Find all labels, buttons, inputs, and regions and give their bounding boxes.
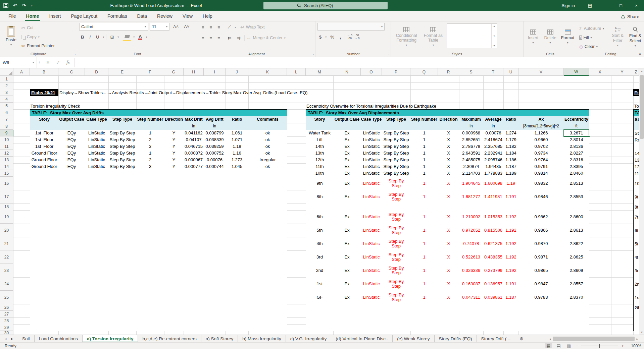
cell-B25[interactable] bbox=[30, 291, 59, 304]
sheet-tab-load-combinations[interactable]: Load Combinations bbox=[35, 335, 83, 342]
orientation-button[interactable]: ⟋ bbox=[226, 23, 233, 31]
cell-R10[interactable]: X bbox=[438, 136, 459, 143]
cell-O29[interactable] bbox=[361, 324, 382, 331]
cell-O19[interactable]: LinStatic bbox=[361, 210, 382, 224]
vertical-scrollbar[interactable]: ▴▾ bbox=[639, 68, 644, 335]
cell-S12[interactable]: 2.643591 bbox=[459, 150, 484, 157]
row-header-3[interactable]: 3 bbox=[0, 89, 13, 96]
cell-J23[interactable] bbox=[226, 264, 249, 278]
increase-indent-button[interactable]: ⇉ bbox=[235, 34, 242, 42]
number-dialog-launcher-icon[interactable]: ⌟ bbox=[388, 52, 389, 56]
cell-M15[interactable]: 10th bbox=[306, 170, 334, 177]
cell-B8[interactable] bbox=[30, 123, 59, 130]
cell-E24[interactable] bbox=[108, 277, 137, 291]
cell-B23[interactable] bbox=[30, 264, 59, 278]
cell-T23[interactable]: 0.273799 bbox=[483, 264, 504, 278]
align-right-icon[interactable]: ≡ bbox=[216, 34, 222, 42]
cell-B22[interactable] bbox=[30, 250, 59, 264]
cell-W17[interactable]: 2.8553 bbox=[564, 190, 589, 204]
cell-T17[interactable]: 1.411981 bbox=[483, 190, 504, 204]
cell-D7[interactable]: Case Type bbox=[85, 116, 109, 123]
sheet-tab-a-soft-storey[interactable]: a) Soft Storey bbox=[201, 335, 238, 342]
cell-U14[interactable]: 1.187 bbox=[503, 163, 519, 170]
cell-I9[interactable]: 0.038799 bbox=[204, 130, 226, 137]
column-header-O[interactable]: O bbox=[361, 68, 382, 76]
cell-P24[interactable]: Step By Step bbox=[382, 277, 411, 291]
borders-button[interactable]: ⊞ bbox=[108, 33, 115, 41]
cell-T15[interactable]: 1.778883 bbox=[483, 170, 504, 177]
cell-U18[interactable] bbox=[503, 203, 519, 211]
cell-U23[interactable]: 1.192 bbox=[503, 264, 519, 278]
cell-Q29[interactable] bbox=[410, 324, 438, 331]
menu-tab-formulas[interactable]: Formulas bbox=[102, 11, 132, 21]
cell-D21[interactable] bbox=[85, 237, 109, 251]
cell-P20[interactable]: Step By Step bbox=[382, 224, 411, 237]
sheet-tab-a-torsion-irregularity[interactable]: a) Torsion Irregularity bbox=[83, 335, 138, 342]
cell-M11[interactable]: 14th bbox=[306, 143, 334, 150]
cell-O10[interactable]: LinStatic bbox=[361, 136, 382, 143]
cell-W9[interactable]: 3.2671 bbox=[564, 130, 589, 137]
cell-D18[interactable] bbox=[85, 203, 109, 211]
edge-fragment-row-29[interactable] bbox=[633, 324, 639, 331]
cell-S7[interactable]: Maximum bbox=[459, 116, 484, 123]
cell-C16[interactable] bbox=[58, 177, 85, 190]
cell-R17[interactable]: X bbox=[438, 190, 459, 204]
cell-U8[interactable] bbox=[503, 123, 519, 130]
cell-M22[interactable]: 3rd bbox=[306, 250, 334, 264]
row-header-15[interactable]: 15 bbox=[0, 170, 13, 177]
cell-Q21[interactable]: 1 bbox=[410, 237, 438, 251]
page-break-view-icon[interactable]: ▥ bbox=[565, 343, 572, 348]
column-header-K[interactable]: K bbox=[248, 68, 287, 76]
cell-V26[interactable] bbox=[518, 304, 564, 311]
cell-S27[interactable] bbox=[459, 311, 484, 318]
gallery-scroll[interactable]: ▴ ▾ ▾ bbox=[491, 24, 497, 48]
edge-fragment-row-20[interactable]: 6t bbox=[633, 224, 639, 237]
cell-D20[interactable] bbox=[85, 224, 109, 237]
cell-H10[interactable]: 0.04107 bbox=[184, 136, 204, 143]
row-header-22[interactable]: 22 bbox=[0, 250, 13, 264]
merge-center-button[interactable]: ⇔Merge & Center▾ bbox=[247, 34, 286, 42]
cell-O7[interactable]: Case Type bbox=[361, 116, 382, 123]
cell-E12[interactable]: Step By Step bbox=[108, 150, 137, 157]
cell-N18[interactable] bbox=[333, 203, 361, 211]
cell-I28[interactable] bbox=[204, 317, 226, 325]
row-header-1[interactable]: 1 bbox=[0, 76, 13, 82]
edge-fragment-row-16[interactable]: 10 bbox=[633, 177, 639, 190]
italic-button[interactable]: I bbox=[88, 33, 92, 41]
cell-F9[interactable]: 1 bbox=[136, 130, 164, 137]
cell-F17[interactable] bbox=[136, 190, 164, 204]
cell-I10[interactable]: 0.038339 bbox=[204, 136, 226, 143]
cell-U28[interactable] bbox=[503, 317, 519, 325]
format-as-table-button[interactable]: Format as Table ▾ bbox=[423, 23, 444, 50]
cell-K10[interactable]: ok bbox=[248, 136, 287, 143]
cell-M27[interactable] bbox=[306, 311, 334, 318]
cell-N8[interactable] bbox=[333, 123, 361, 130]
cell-T28[interactable] bbox=[483, 317, 504, 325]
cell-C7[interactable]: Output Case bbox=[58, 116, 85, 123]
cell-E13[interactable]: Step By Step bbox=[108, 157, 137, 164]
cell-J14[interactable]: 1.045 bbox=[226, 163, 249, 170]
cell-U7[interactable]: Ratio bbox=[503, 116, 519, 123]
cell-P8[interactable] bbox=[382, 123, 411, 130]
cell-Q22[interactable]: 1 bbox=[410, 250, 438, 264]
ribbon-display-options-icon[interactable]: ▤ bbox=[582, 0, 598, 11]
cell-I7[interactable]: Avg Drift bbox=[204, 116, 226, 123]
cell-O12[interactable]: LinStatic bbox=[361, 150, 382, 157]
cell-P12[interactable]: Step By Step bbox=[382, 150, 411, 157]
cell-T19[interactable]: 1.015353 bbox=[483, 210, 504, 224]
edge-fragment-row-18[interactable]: 8t bbox=[633, 203, 639, 211]
edge-fragment-row-14[interactable]: 12 bbox=[633, 163, 639, 170]
cell-T10[interactable]: 2.418674 bbox=[483, 136, 504, 143]
cell-M29[interactable] bbox=[306, 324, 334, 331]
sheet-tab-e-weak-storey[interactable]: (e) Weak Storey bbox=[393, 335, 434, 342]
decrease-indent-button[interactable]: ⇇ bbox=[226, 34, 233, 42]
row-header-26[interactable]: 26 bbox=[0, 304, 13, 311]
cell-I12[interactable]: 0.000752 bbox=[204, 150, 226, 157]
cell-W15[interactable]: 2.8460 bbox=[564, 170, 589, 177]
cell-V11[interactable]: 0.9702 bbox=[518, 143, 564, 150]
cell-I20[interactable] bbox=[204, 224, 226, 237]
cell-N28[interactable] bbox=[333, 317, 361, 325]
edge-fragment-row-8[interactable] bbox=[633, 123, 639, 130]
cell-E22[interactable] bbox=[108, 250, 137, 264]
cell-W7[interactable]: Eccentricity bbox=[564, 116, 589, 123]
